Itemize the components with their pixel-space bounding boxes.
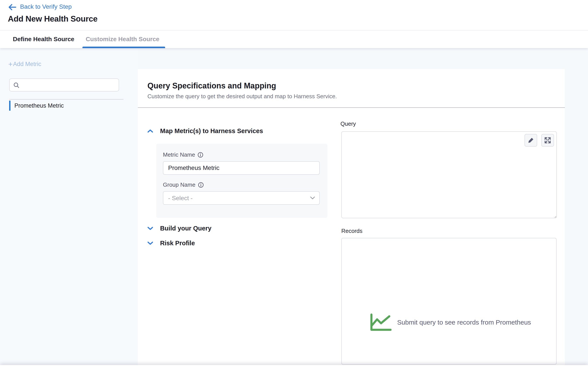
info-icon[interactable] bbox=[198, 152, 203, 158]
search-icon bbox=[13, 82, 20, 89]
records-empty-text: Submit query to see records from Prometh… bbox=[397, 319, 531, 326]
metric-name-input[interactable] bbox=[163, 161, 320, 175]
add-health-source-screen: Back to Verify Step Add New Health Sourc… bbox=[0, 0, 588, 369]
section-title: Map Metric(s) to Harness Services bbox=[160, 127, 263, 135]
panel-subtitle: Customize the query to get the desired o… bbox=[147, 93, 337, 100]
info-icon[interactable] bbox=[198, 182, 204, 188]
sidebar-item-prometheus-metric[interactable]: Prometheus Metric bbox=[9, 101, 124, 111]
selected-indicator-bar bbox=[9, 101, 10, 111]
records-empty-state: Submit query to see records from Prometh… bbox=[370, 313, 531, 331]
group-name-label-text: Group Name bbox=[163, 181, 195, 188]
metrics-sidebar: + Add Metric Prometheus Metric bbox=[0, 48, 138, 369]
add-metric-button[interactable]: + Add Metric bbox=[8, 61, 41, 68]
active-tab-underline bbox=[83, 47, 165, 48]
header-title-row: Back to Verify Step Add New Health Sourc… bbox=[0, 0, 588, 30]
select-placeholder: - Select - bbox=[168, 195, 193, 202]
chevron-up-icon bbox=[147, 128, 154, 134]
expand-query-button[interactable] bbox=[541, 134, 554, 147]
metric-item-label: Prometheus Metric bbox=[14, 102, 64, 109]
section-title: Risk Profile bbox=[160, 239, 195, 247]
records-panel: Submit query to see records from Prometh… bbox=[341, 238, 556, 365]
panel-title: Query Specifications and Mapping bbox=[147, 81, 276, 90]
group-name-label: Group Name bbox=[163, 181, 204, 188]
sidebar-divider bbox=[9, 99, 124, 100]
chevron-down-icon bbox=[147, 226, 154, 231]
chevron-down-icon bbox=[310, 196, 315, 200]
metric-search-input[interactable] bbox=[22, 79, 118, 91]
page-title: Add New Health Source bbox=[8, 14, 97, 23]
plus-icon: + bbox=[8, 61, 13, 67]
section-title: Build your Query bbox=[160, 225, 211, 232]
line-chart-icon bbox=[370, 313, 391, 331]
section-risk-profile-header[interactable]: Risk Profile bbox=[147, 239, 195, 247]
metric-search-box bbox=[9, 79, 119, 91]
records-label: Records bbox=[341, 228, 362, 234]
query-label: Query bbox=[340, 120, 356, 127]
metric-name-label: Metric Name bbox=[163, 151, 203, 158]
metric-name-label-text: Metric Name bbox=[163, 151, 195, 158]
query-specifications-panel: Query Specifications and Mapping Customi… bbox=[138, 69, 565, 369]
group-name-select[interactable]: - Select - bbox=[163, 191, 320, 205]
tab-customize-health-source[interactable]: Customize Health Source bbox=[86, 30, 159, 48]
tab-bar: Define Health Source Customize Health So… bbox=[0, 30, 588, 48]
edit-query-button[interactable] bbox=[525, 134, 537, 147]
add-metric-label: Add Metric bbox=[13, 61, 41, 68]
pencil-icon bbox=[527, 137, 534, 144]
page-header: Back to Verify Step Add New Health Sourc… bbox=[0, 0, 588, 48]
tab-define-health-source[interactable]: Define Health Source bbox=[13, 30, 74, 48]
drawer-footer-bar bbox=[0, 365, 588, 369]
back-arrow-icon[interactable] bbox=[8, 3, 17, 11]
back-to-verify-step-link[interactable]: Back to Verify Step bbox=[20, 3, 72, 10]
section-build-query-header[interactable]: Build your Query bbox=[147, 225, 211, 232]
maximize-icon bbox=[544, 137, 551, 144]
panel-header-divider bbox=[138, 107, 565, 108]
chevron-down-icon bbox=[147, 240, 154, 246]
section-map-metrics-header[interactable]: Map Metric(s) to Harness Services bbox=[147, 127, 263, 135]
